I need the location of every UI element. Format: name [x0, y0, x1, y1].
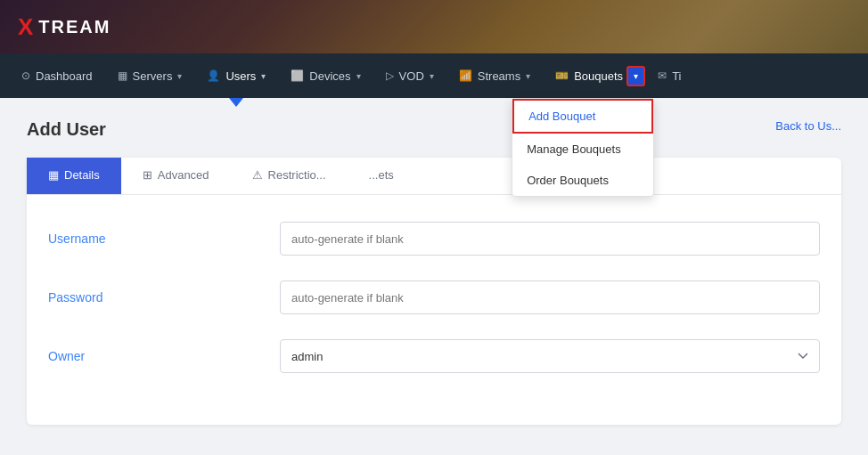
nav-label-servers: Servers: [133, 69, 173, 83]
tickets-icon: ✉: [658, 69, 667, 82]
logo-x: X: [18, 13, 35, 41]
tab-bouquets[interactable]: ...ets: [348, 158, 415, 194]
dropdown-item-add-bouquet[interactable]: Add Bouquet: [512, 99, 653, 134]
restrictions-tab-label: Restrictio...: [268, 168, 326, 182]
users-icon: 👤: [207, 69, 220, 82]
nav-label-devices: Devices: [309, 69, 350, 83]
app-logo[interactable]: X TREAM: [18, 13, 111, 41]
back-to-users-link[interactable]: Back to Us...: [775, 119, 841, 133]
devices-icon: ⬜: [291, 69, 304, 82]
main-nav: ⊙ Dashboard ▦ Servers ▾ 👤 Users ▾ ⬜ Devi…: [0, 53, 868, 98]
username-input[interactable]: [280, 222, 820, 256]
owner-label: Owner: [48, 349, 280, 363]
username-label: Username: [48, 232, 280, 246]
advanced-tab-label: Advanced: [158, 168, 209, 182]
sidebar-item-devices[interactable]: ⬜ Devices ▾: [278, 53, 373, 98]
bouquets-tab-label: ...ets: [369, 168, 394, 182]
dashboard-icon: ⊙: [21, 69, 30, 82]
add-user-card: ▦ Details ⊞ Advanced ⚠ Restrictio... ...…: [27, 158, 841, 425]
sidebar-item-streams[interactable]: 📶 Streams ▾: [446, 53, 543, 98]
dropdown-item-manage-bouquets[interactable]: Manage Bouquets: [512, 134, 653, 165]
bouquets-nav-group: 🎫 Bouquets ▾ Add Bouquet Manage Bouquets…: [543, 53, 645, 98]
nav-label-bouquets: Bouquets: [574, 69, 623, 83]
bouquets-dropdown-menu: Add Bouquet Manage Bouquets Order Bouque…: [512, 98, 654, 197]
sidebar-item-dashboard[interactable]: ⊙ Dashboard: [9, 53, 105, 98]
sidebar-item-bouquets[interactable]: 🎫 Bouquets: [543, 53, 626, 98]
nav-label-users: Users: [225, 69, 256, 83]
password-row: Password: [48, 280, 820, 314]
tab-details[interactable]: ▦ Details: [27, 158, 121, 194]
tab-advanced[interactable]: ⊞ Advanced: [121, 158, 231, 194]
sidebar-item-servers[interactable]: ▦ Servers ▾: [105, 53, 195, 98]
servers-icon: ▦: [118, 69, 127, 82]
password-input[interactable]: [280, 280, 820, 314]
main-content: Add User Back to Us... ▦ Details ⊞ Advan…: [0, 98, 868, 446]
vod-chevron-icon: ▾: [430, 71, 434, 81]
password-label: Password: [48, 290, 280, 305]
nav-label-tickets: Ti: [672, 69, 681, 83]
tab-bar: ▦ Details ⊞ Advanced ⚠ Restrictio... ...…: [27, 158, 841, 195]
streams-chevron-icon: ▾: [526, 71, 530, 81]
nav-label-streams: Streams: [478, 69, 520, 83]
details-tab-icon: ▦: [48, 168, 59, 182]
users-nav-arrow: [229, 98, 243, 107]
tab-restrictions[interactable]: ⚠ Restrictio...: [231, 158, 348, 194]
vod-icon: ▷: [386, 69, 394, 82]
bouquets-dropdown-button[interactable]: ▾: [626, 66, 645, 86]
advanced-tab-icon: ⊞: [143, 168, 152, 182]
owner-row: Owner admin: [48, 339, 820, 373]
users-chevron-icon: ▾: [261, 71, 266, 81]
username-row: Username: [48, 222, 820, 256]
nav-label-dashboard: Dashboard: [36, 69, 93, 83]
details-tab-label: Details: [64, 168, 100, 182]
owner-select[interactable]: admin: [280, 339, 820, 373]
bouquets-chevron-icon: ▾: [634, 71, 638, 81]
form-body: Username Password Owner admin: [27, 195, 841, 425]
streams-icon: 📶: [459, 69, 472, 82]
restrictions-tab-icon: ⚠: [252, 168, 263, 182]
dropdown-item-order-bouquets[interactable]: Order Bouquets: [512, 165, 653, 196]
devices-chevron-icon: ▾: [356, 71, 361, 81]
bouquets-icon: 🎫: [555, 69, 569, 82]
app-header: X TREAM: [0, 0, 868, 53]
page-title: Add User: [27, 119, 841, 140]
sidebar-item-users[interactable]: 👤 Users ▾: [194, 53, 278, 98]
servers-chevron-icon: ▾: [177, 71, 182, 81]
sidebar-item-tickets[interactable]: ✉ Ti: [645, 53, 693, 98]
logo-text: TREAM: [38, 17, 111, 37]
nav-label-vod: VOD: [399, 69, 424, 83]
sidebar-item-vod[interactable]: ▷ VOD ▾: [373, 53, 446, 98]
